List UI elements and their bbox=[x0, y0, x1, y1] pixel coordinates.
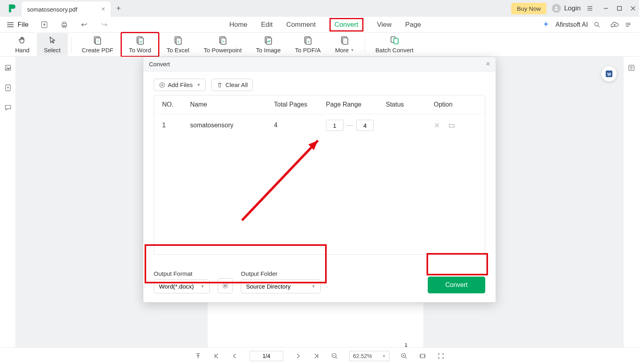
hamburger-icon[interactable] bbox=[7, 22, 14, 27]
word-badge-icon[interactable]: W bbox=[601, 66, 617, 81]
gear-icon bbox=[221, 282, 229, 290]
menu-tab-comment[interactable]: Comment bbox=[286, 21, 316, 29]
remove-row-icon[interactable] bbox=[434, 122, 440, 129]
menu-icon[interactable] bbox=[586, 5, 593, 12]
tool-create-pdf-label: Create PDF bbox=[82, 47, 113, 53]
convert-button[interactable]: Convert bbox=[428, 277, 485, 293]
bookmark-icon[interactable] bbox=[4, 84, 12, 92]
page-input[interactable] bbox=[250, 351, 283, 361]
app-logo bbox=[7, 3, 18, 14]
minimize-icon[interactable] bbox=[603, 6, 609, 11]
document-tab[interactable]: somatosensory.pdf × bbox=[22, 2, 111, 17]
file-table: NO. Name Total Pages Page Range Status O… bbox=[154, 95, 485, 255]
clear-all-button[interactable]: Clear All bbox=[211, 79, 253, 91]
tool-to-pdfa[interactable]: A To PDF/A bbox=[288, 33, 328, 56]
fit-page-icon[interactable] bbox=[437, 352, 445, 360]
avatar-icon bbox=[552, 4, 561, 13]
prev-page-icon[interactable] bbox=[231, 352, 238, 360]
scroll-top-icon[interactable] bbox=[194, 352, 202, 360]
ai-label[interactable]: Afirstsoft AI bbox=[556, 21, 588, 28]
tool-to-word-label: To Word bbox=[129, 47, 151, 53]
file-menu[interactable]: File bbox=[18, 21, 28, 29]
table-header: NO. Name Total Pages Page Range Status O… bbox=[154, 95, 485, 114]
left-rail bbox=[0, 57, 16, 347]
output-folder-value: Source Directory bbox=[246, 283, 291, 290]
range-from-input[interactable] bbox=[326, 120, 343, 131]
ai-sparkle-icon bbox=[542, 21, 550, 29]
tool-to-pdfa-label: To PDF/A bbox=[295, 47, 321, 53]
undo-icon[interactable] bbox=[80, 21, 88, 29]
range-to-input[interactable] bbox=[356, 120, 374, 131]
menu-tab-view[interactable]: View bbox=[377, 21, 392, 29]
output-folder-dropdown[interactable]: Source Directory ▼ bbox=[241, 279, 321, 293]
cell-total-pages: 4 bbox=[274, 122, 326, 129]
chevron-down-icon: ▼ bbox=[200, 284, 204, 289]
menu-tab-convert[interactable]: Convert bbox=[329, 18, 364, 32]
redo-icon[interactable] bbox=[100, 21, 108, 29]
save-icon[interactable] bbox=[40, 21, 48, 29]
col-page-range: Page Range bbox=[326, 101, 386, 108]
new-tab-button[interactable]: + bbox=[116, 4, 121, 13]
output-format-value: Word(*.docx) bbox=[159, 283, 194, 290]
tool-batch-convert[interactable]: Batch Convert bbox=[368, 33, 421, 56]
right-rail bbox=[623, 57, 639, 347]
thumbnails-icon[interactable] bbox=[4, 64, 12, 72]
print-icon[interactable] bbox=[60, 21, 68, 29]
col-no: NO. bbox=[162, 101, 190, 108]
tool-to-excel[interactable]: E To Excel bbox=[159, 33, 196, 56]
svg-rect-1 bbox=[617, 6, 621, 10]
svg-text:E: E bbox=[178, 40, 180, 43]
toolbar: Hand Select + Create PDF W To Word E To … bbox=[0, 33, 639, 57]
tool-select[interactable]: Select bbox=[37, 33, 68, 56]
svg-text:⋯: ⋯ bbox=[344, 40, 347, 43]
overflow-icon[interactable] bbox=[625, 21, 632, 28]
zoom-in-icon[interactable] bbox=[401, 352, 408, 360]
menu-tab-edit[interactable]: Edit bbox=[261, 21, 273, 29]
tool-to-word[interactable]: W To Word bbox=[121, 32, 160, 57]
menu-tab-home[interactable]: Home bbox=[229, 21, 247, 29]
cell-name: somatosensory bbox=[190, 122, 274, 129]
statusbar: 62.52% ▼ bbox=[0, 347, 639, 364]
table-row: 1 somatosensory 4 — bbox=[154, 114, 485, 136]
open-folder-icon[interactable] bbox=[448, 122, 455, 129]
svg-rect-28 bbox=[394, 38, 398, 44]
tool-to-image[interactable]: To Image bbox=[249, 33, 288, 56]
output-format-dropdown[interactable]: Word(*.docx) ▼ bbox=[154, 279, 210, 293]
close-window-icon[interactable] bbox=[630, 6, 636, 11]
tool-to-powerpoint[interactable]: P To Powerpoint bbox=[196, 33, 249, 56]
tool-to-powerpoint-label: To Powerpoint bbox=[204, 47, 242, 53]
tool-more[interactable]: ⋯ More ▼ bbox=[328, 33, 361, 56]
panel-icon[interactable] bbox=[627, 64, 635, 72]
svg-text:W: W bbox=[607, 72, 611, 77]
clear-all-label: Clear All bbox=[225, 81, 248, 88]
tool-hand[interactable]: Hand bbox=[8, 33, 37, 56]
menubar: File Home Edit Comment Convert View Page… bbox=[0, 17, 639, 33]
chevron-down-icon: ▼ bbox=[312, 284, 316, 289]
dialog-close-icon[interactable]: × bbox=[486, 60, 490, 68]
chevron-down-icon: ▼ bbox=[197, 83, 201, 87]
svg-point-0 bbox=[556, 6, 558, 8]
chevron-down-icon: ▼ bbox=[382, 354, 386, 358]
cloud-upload-icon[interactable] bbox=[610, 20, 619, 29]
comment-rail-icon[interactable] bbox=[4, 104, 12, 112]
fit-width-icon[interactable] bbox=[419, 352, 426, 360]
login-label: Login bbox=[564, 4, 581, 12]
login-button[interactable]: Login bbox=[552, 4, 581, 13]
dialog-title: Convert bbox=[149, 61, 170, 67]
add-files-button[interactable]: Add Files ▼ bbox=[154, 79, 206, 91]
settings-button[interactable] bbox=[218, 278, 233, 293]
tab-title: somatosensory.pdf bbox=[27, 6, 77, 13]
first-page-icon[interactable] bbox=[213, 352, 220, 360]
next-page-icon[interactable] bbox=[294, 352, 302, 360]
search-icon[interactable] bbox=[593, 21, 601, 28]
tool-create-pdf[interactable]: + Create PDF bbox=[75, 33, 121, 56]
tool-select-label: Select bbox=[44, 47, 61, 53]
close-tab-icon[interactable]: × bbox=[101, 6, 105, 13]
menu-tab-page[interactable]: Page bbox=[405, 21, 421, 29]
svg-rect-4 bbox=[63, 22, 66, 24]
maximize-icon[interactable] bbox=[617, 6, 622, 11]
last-page-icon[interactable] bbox=[313, 352, 320, 360]
buy-now-button[interactable]: Buy Now bbox=[511, 3, 546, 14]
zoom-dropdown[interactable]: 62.52% ▼ bbox=[349, 351, 389, 361]
zoom-out-icon[interactable] bbox=[331, 352, 338, 360]
